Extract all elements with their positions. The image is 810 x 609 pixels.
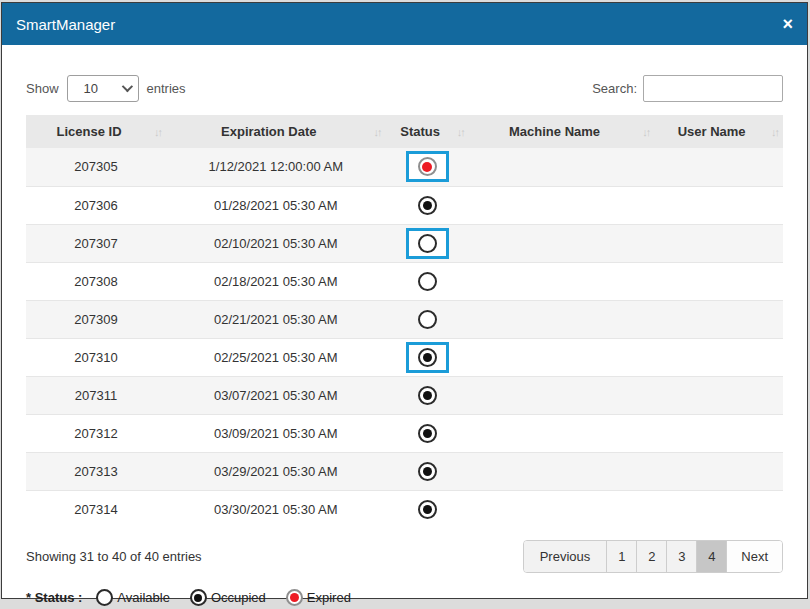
column-label: Expiration Date <box>221 124 316 139</box>
legend-title: * Status : <box>26 590 82 605</box>
status-radio-available[interactable] <box>418 272 437 291</box>
column-header-machine-name[interactable]: Machine Name↓↑ <box>469 115 654 148</box>
machine-name-cell <box>469 224 654 262</box>
table-footer: Showing 31 to 40 of 40 entries Previous1… <box>26 540 783 573</box>
legend-item-label: Expired <box>307 590 351 605</box>
status-cell <box>386 300 469 338</box>
user-name-cell <box>654 148 783 186</box>
status-radio-occupied[interactable] <box>418 348 437 367</box>
status-radio-available[interactable] <box>418 310 437 329</box>
dialog-body: Show 10 entries Search: License ID↓↑Expi… <box>2 73 807 606</box>
legend-radio-available-icon <box>96 589 113 606</box>
status-cell <box>386 414 469 452</box>
license-id-cell: 207314 <box>26 490 166 528</box>
status-cell <box>386 262 469 300</box>
previous-page-button[interactable]: Previous <box>524 541 607 572</box>
status-radio-occupied[interactable] <box>418 424 437 443</box>
pagination: Previous1234Next <box>523 540 783 573</box>
user-name-cell <box>654 414 783 452</box>
expiration-date-cell: 1/12/2021 12:00:00 AM <box>166 148 386 186</box>
status-radio-available[interactable] <box>418 234 437 253</box>
status-cell <box>386 452 469 490</box>
page-size-control: Show 10 entries <box>26 75 186 102</box>
legend-radio-expired-icon <box>286 589 303 606</box>
column-header-expiration-date[interactable]: Expiration Date↓↑ <box>166 115 386 148</box>
page-button-2[interactable]: 2 <box>636 541 666 572</box>
expiration-date-cell: 01/28/2021 05:30 AM <box>166 186 386 224</box>
close-icon[interactable]: × <box>782 15 793 33</box>
user-name-cell <box>654 338 783 376</box>
expiration-date-cell: 03/07/2021 05:30 AM <box>166 376 386 414</box>
status-cell <box>386 338 469 376</box>
page-size-value: 10 <box>84 81 98 96</box>
page-size-select[interactable]: 10 <box>67 75 139 102</box>
table-header-row: License ID↓↑Expiration Date↓↑Status↓↑Mac… <box>26 115 783 148</box>
license-table-body: 2073051/12/2021 12:00:00 AM20730601/28/2… <box>26 148 783 528</box>
column-label: License ID <box>57 124 122 139</box>
status-cell <box>386 376 469 414</box>
entries-info: Showing 31 to 40 of 40 entries <box>26 549 202 564</box>
status-legend: * Status : AvailableOccupiedExpired <box>26 589 783 606</box>
machine-name-cell <box>469 452 654 490</box>
status-radio-expired[interactable] <box>418 157 437 176</box>
table-controls: Show 10 entries Search: <box>26 73 783 103</box>
user-name-cell <box>654 224 783 262</box>
sort-icon[interactable]: ↓↑ <box>771 126 778 138</box>
status-radio-occupied[interactable] <box>418 386 437 405</box>
sort-icon[interactable]: ↓↑ <box>154 126 161 138</box>
column-header-user-name[interactable]: User Name↓↑ <box>654 115 783 148</box>
entries-label: entries <box>147 81 186 96</box>
sort-icon[interactable]: ↓↑ <box>457 126 464 138</box>
page-button-4[interactable]: 4 <box>696 541 726 572</box>
page-button-1[interactable]: 1 <box>606 541 636 572</box>
legend-item-label: Available <box>117 590 170 605</box>
dialog-title: SmartManager <box>16 16 115 33</box>
expiration-date-cell: 02/25/2021 05:30 AM <box>166 338 386 376</box>
status-highlight-box <box>406 228 449 259</box>
next-page-button[interactable]: Next <box>726 541 782 572</box>
machine-name-cell <box>469 186 654 224</box>
column-label: Status <box>400 124 440 139</box>
search-input[interactable] <box>643 75 783 102</box>
user-name-cell <box>654 490 783 528</box>
dialog-titlebar: SmartManager × <box>2 3 807 45</box>
status-cell <box>386 186 469 224</box>
column-header-status[interactable]: Status↓↑ <box>386 115 469 148</box>
license-id-cell: 207305 <box>26 148 166 186</box>
expiration-date-cell: 02/10/2021 05:30 AM <box>166 224 386 262</box>
status-cell <box>386 224 469 262</box>
table-row: 20731002/25/2021 05:30 AM <box>26 338 783 376</box>
license-table: License ID↓↑Expiration Date↓↑Status↓↑Mac… <box>26 115 783 528</box>
table-row: 2073051/12/2021 12:00:00 AM <box>26 148 783 186</box>
table-row: 20730702/10/2021 05:30 AM <box>26 224 783 262</box>
license-id-cell: 207312 <box>26 414 166 452</box>
table-row: 20731203/09/2021 05:30 AM <box>26 414 783 452</box>
status-radio-occupied[interactable] <box>418 196 437 215</box>
license-id-cell: 207309 <box>26 300 166 338</box>
legend-item-available: Available <box>96 589 170 606</box>
column-header-license-id[interactable]: License ID↓↑ <box>26 115 166 148</box>
sort-icon[interactable]: ↓↑ <box>374 126 381 138</box>
status-cell <box>386 490 469 528</box>
sort-icon[interactable]: ↓↑ <box>642 126 649 138</box>
smartmanager-dialog: SmartManager × Show 10 entries Search: L… <box>1 2 808 599</box>
expiration-date-cell: 03/09/2021 05:30 AM <box>166 414 386 452</box>
page-button-3[interactable]: 3 <box>666 541 696 572</box>
status-highlight-box <box>406 342 449 373</box>
search-control: Search: <box>592 75 783 102</box>
legend-item-expired: Expired <box>286 589 351 606</box>
search-label: Search: <box>592 81 637 96</box>
machine-name-cell <box>469 148 654 186</box>
table-row: 20731303/29/2021 05:30 AM <box>26 452 783 490</box>
license-id-cell: 207311 <box>26 376 166 414</box>
status-cell <box>386 148 469 186</box>
status-radio-occupied[interactable] <box>418 500 437 519</box>
table-row: 20731403/30/2021 05:30 AM <box>26 490 783 528</box>
status-radio-occupied[interactable] <box>418 462 437 481</box>
user-name-cell <box>654 376 783 414</box>
license-id-cell: 207306 <box>26 186 166 224</box>
expiration-date-cell: 02/18/2021 05:30 AM <box>166 262 386 300</box>
user-name-cell <box>654 300 783 338</box>
machine-name-cell <box>469 262 654 300</box>
legend-item-label: Occupied <box>211 590 266 605</box>
